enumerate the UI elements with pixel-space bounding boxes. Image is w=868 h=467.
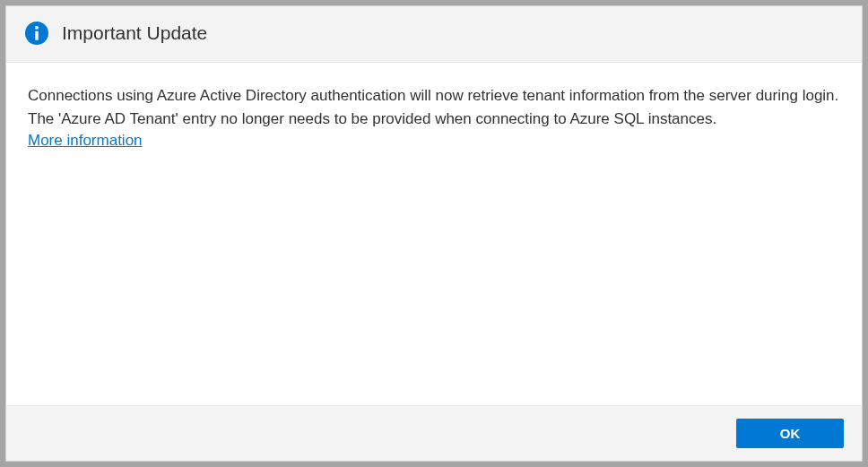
more-information-link[interactable]: More information [28,132,143,150]
svg-rect-1 [35,26,38,29]
dialog-footer: OK [6,405,862,461]
ok-button[interactable]: OK [736,419,844,448]
info-icon [24,21,49,46]
svg-rect-2 [35,31,38,40]
update-dialog: Important Update Connections using Azure… [5,5,863,462]
dialog-body: Connections using Azure Active Directory… [6,63,862,405]
dialog-header: Important Update [6,6,862,63]
dialog-title: Important Update [62,22,207,44]
dialog-body-text: Connections using Azure Active Directory… [28,84,840,130]
